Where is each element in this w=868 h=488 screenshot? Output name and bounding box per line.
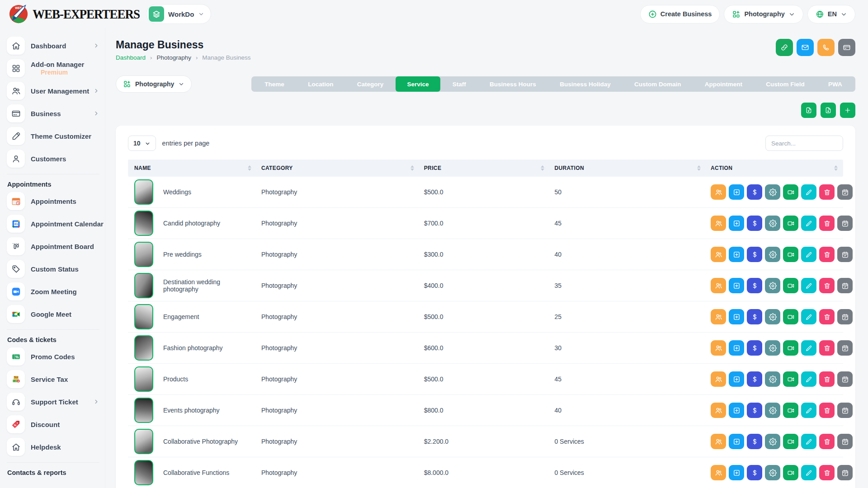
settings-action-button[interactable]	[765, 309, 780, 324]
meeting-action-button[interactable]	[783, 403, 798, 418]
schedule-action-button[interactable]	[837, 371, 853, 387]
settings-action-button[interactable]	[765, 340, 780, 356]
sidebar-item-custom-status[interactable]: Custom Status	[7, 258, 99, 280]
breadcrumb-photography[interactable]: Photography	[156, 54, 191, 61]
meeting-action-button[interactable]	[783, 371, 798, 387]
sidebar-item-support-ticket[interactable]: Support Ticket	[7, 390, 99, 413]
pricing-action-button[interactable]	[747, 247, 762, 262]
schedule-action-button[interactable]	[837, 403, 853, 418]
settings-action-button[interactable]	[765, 184, 780, 200]
settings-action-button[interactable]	[765, 371, 780, 387]
sidebar-item-appointments[interactable]: Appointments	[7, 190, 99, 212]
search-input[interactable]	[765, 136, 843, 151]
staff-action-button[interactable]	[711, 465, 726, 480]
tab-pwa[interactable]: PWA	[817, 76, 854, 92]
staff-action-button[interactable]	[711, 403, 726, 418]
column-header-price[interactable]: PRICE	[419, 165, 549, 171]
sidebar-item-customers[interactable]: Customers	[7, 147, 99, 170]
edit-action-button[interactable]	[801, 465, 816, 480]
tab-custom-field[interactable]: Custom Field	[755, 76, 816, 92]
meeting-action-button[interactable]	[783, 216, 798, 231]
edit-action-button[interactable]	[801, 340, 816, 356]
edit-action-button[interactable]	[801, 434, 816, 449]
edit-action-button[interactable]	[801, 403, 816, 418]
schedule-action-button[interactable]	[837, 309, 853, 324]
delete-action-button[interactable]	[819, 216, 835, 231]
meeting-action-button[interactable]	[783, 184, 798, 200]
edit-action-button[interactable]	[801, 371, 816, 387]
workspace-switcher[interactable]: WorkDo	[146, 4, 211, 24]
plus-button[interactable]	[840, 103, 855, 118]
breadcrumb-dashboard[interactable]: Dashboard	[116, 54, 146, 61]
pricing-action-button[interactable]	[747, 216, 762, 231]
sidebar-item-promo-codes[interactable]: %Promo Codes	[7, 345, 99, 368]
delete-action-button[interactable]	[819, 403, 835, 418]
schedule-action-button[interactable]	[837, 278, 853, 293]
file-import-button[interactable]	[801, 103, 816, 118]
settings-action-button[interactable]	[765, 216, 780, 231]
staff-action-button[interactable]	[711, 434, 726, 449]
sidebar-item-discount[interactable]: %Discount	[7, 413, 99, 436]
pricing-action-button[interactable]	[747, 465, 762, 480]
sidebar-item-zoom-meeting[interactable]: Zoom Meeting	[7, 280, 99, 303]
sidebar-item-business[interactable]: Business	[7, 102, 99, 125]
sidebar-item-appointment-board[interactable]: Appointment Board	[7, 235, 99, 258]
pricing-action-button[interactable]	[747, 184, 762, 200]
business-switcher[interactable]: Photography	[724, 5, 803, 23]
create-business-button[interactable]: Create Business	[640, 5, 720, 23]
tab-theme[interactable]: Theme	[253, 76, 296, 92]
settings-action-button[interactable]	[765, 403, 780, 418]
delete-action-button[interactable]	[819, 278, 835, 293]
add-on-action-button[interactable]	[729, 278, 744, 293]
settings-action-button[interactable]	[765, 434, 780, 449]
tab-category[interactable]: Category	[346, 76, 395, 92]
schedule-action-button[interactable]	[837, 465, 853, 480]
sidebar-item-helpdesk[interactable]: Helpdesk	[7, 436, 99, 458]
meeting-action-button[interactable]	[783, 247, 798, 262]
edit-action-button[interactable]	[801, 278, 816, 293]
sidebar-item-theme-customizer[interactable]: Theme Customizer	[7, 125, 99, 147]
sidebar-item-appointment-calendar[interactable]: 31Appointment Calendar	[7, 212, 99, 235]
sidebar-item-add-on-manager[interactable]: Add-on ManagerPremium	[7, 57, 99, 80]
tab-appointment[interactable]: Appointment	[693, 76, 754, 92]
delete-action-button[interactable]	[819, 371, 835, 387]
phone-button[interactable]	[817, 39, 835, 56]
sidebar-item-google-meet[interactable]: Google Meet	[7, 303, 99, 325]
column-header-duration[interactable]: DURATION	[549, 165, 705, 171]
staff-action-button[interactable]	[711, 278, 726, 293]
column-header-action[interactable]: ACTION	[705, 165, 842, 171]
column-header-name[interactable]: NAME	[129, 165, 256, 171]
tab-location[interactable]: Location	[297, 76, 344, 92]
edit-action-button[interactable]	[801, 247, 816, 262]
settings-action-button[interactable]	[765, 247, 780, 262]
business-filter-dropdown[interactable]: Photography	[116, 75, 192, 93]
add-on-action-button[interactable]	[729, 216, 744, 231]
add-on-action-button[interactable]	[729, 371, 744, 387]
mail-button[interactable]	[797, 39, 814, 56]
meeting-action-button[interactable]	[783, 434, 798, 449]
brand-logo[interactable]: WEB WEB-EXPERTEERS	[8, 4, 140, 24]
sort-icon[interactable]	[834, 165, 838, 171]
delete-action-button[interactable]	[819, 247, 835, 262]
credit-card-button[interactable]	[838, 39, 855, 56]
pricing-action-button[interactable]	[747, 434, 762, 449]
add-on-action-button[interactable]	[729, 309, 744, 324]
pricing-action-button[interactable]	[747, 309, 762, 324]
schedule-action-button[interactable]	[837, 184, 853, 200]
meeting-action-button[interactable]	[783, 340, 798, 356]
sort-icon[interactable]	[541, 165, 544, 171]
tab-staff[interactable]: Staff	[441, 76, 477, 92]
tab-service[interactable]: Service	[396, 76, 440, 92]
staff-action-button[interactable]	[711, 247, 726, 262]
delete-action-button[interactable]	[819, 465, 835, 480]
add-on-action-button[interactable]	[729, 184, 744, 200]
tab-business-hours[interactable]: Business Hours	[478, 76, 547, 92]
delete-action-button[interactable]	[819, 184, 835, 200]
settings-action-button[interactable]	[765, 465, 780, 480]
staff-action-button[interactable]	[711, 309, 726, 324]
add-on-action-button[interactable]	[729, 340, 744, 356]
file-export-button[interactable]	[821, 103, 836, 118]
entries-per-page-select[interactable]: 10	[128, 136, 156, 151]
sort-icon[interactable]	[410, 165, 414, 171]
meeting-action-button[interactable]	[783, 278, 798, 293]
